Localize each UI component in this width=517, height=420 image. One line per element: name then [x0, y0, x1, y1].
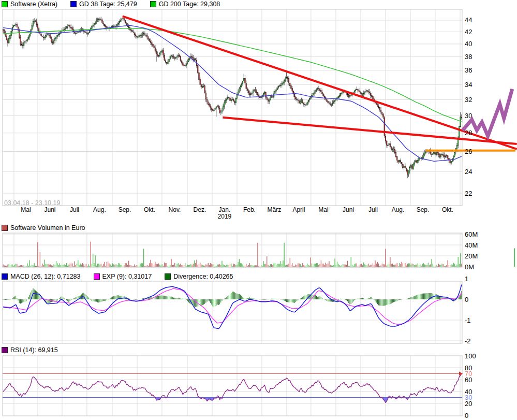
svg-text:0: 0	[465, 412, 468, 419]
gd200-legend: GD 200 Tage: 29,308	[150, 1, 220, 8]
rsi-series-legend: RSI (14): 69,915	[2, 346, 58, 354]
date-range-label: 03.04.18 - 23.10.19	[4, 199, 60, 207]
divergence-series-legend: Divergence: 0,40265	[165, 273, 233, 280]
rsi-swatch	[2, 347, 8, 353]
svg-text:Aug.: Aug.	[93, 206, 106, 213]
divergence-label: Divergence: 0,40265	[173, 273, 233, 280]
svg-text:-2: -2	[465, 337, 471, 345]
svg-text:26: 26	[465, 148, 472, 155]
volume-series-legend: Software Volumen in Euro	[2, 224, 85, 231]
svg-text:22: 22	[465, 190, 472, 197]
svg-text:60: 60	[465, 376, 472, 384]
svg-text:0M: 0M	[465, 263, 474, 271]
svg-text:Juli: Juli	[70, 206, 79, 213]
svg-text:Okt.: Okt.	[442, 206, 453, 213]
gd38-swatch	[70, 1, 77, 7]
gd38-legend: GD 38 Tage: 25,479	[70, 1, 137, 8]
svg-text:Juli: Juli	[368, 206, 378, 213]
volume-label: Software Volumen in Euro	[10, 224, 85, 231]
svg-text:März: März	[268, 206, 282, 213]
svg-text:40: 40	[465, 40, 472, 48]
svg-text:-1: -1	[465, 316, 471, 324]
software-series-legend: Software (Xetra)	[2, 1, 57, 8]
svg-text:20M: 20M	[465, 252, 478, 260]
svg-text:38: 38	[465, 53, 472, 61]
svg-text:1: 1	[465, 275, 468, 283]
svg-text:2019: 2019	[218, 213, 232, 220]
exp-label: EXP (9): 0,31017	[102, 273, 152, 280]
svg-text:Sep.: Sep.	[417, 206, 430, 213]
gd200-label: GD 200 Tage: 29,308	[159, 1, 220, 8]
divergence-swatch	[165, 273, 171, 280]
svg-text:Juni: Juni	[45, 206, 56, 213]
svg-text:April: April	[292, 206, 305, 213]
gd200-swatch	[150, 1, 156, 7]
stock-chart-page: 22242628303234363840424460M40M20M0M10-1-…	[0, 0, 517, 420]
rsi-legend: RSI (14): 69,915	[2, 346, 58, 354]
svg-text:44: 44	[465, 16, 472, 24]
macd-legend: MACD (26, 12): 0,71283 EXP (9): 0,31017 …	[2, 273, 233, 280]
exp-swatch	[94, 273, 100, 280]
volume-legend: Software Volumen in Euro	[2, 224, 85, 231]
svg-text:60M: 60M	[465, 230, 478, 238]
svg-text:20: 20	[465, 400, 472, 408]
svg-text:100: 100	[465, 352, 476, 360]
volume-swatch	[2, 225, 8, 231]
svg-text:Mai: Mai	[318, 206, 328, 213]
svg-text:0: 0	[465, 296, 468, 303]
svg-text:40M: 40M	[465, 241, 478, 249]
macd-label: MACD (26, 12): 0,71283	[10, 273, 81, 280]
svg-text:Dez.: Dez.	[194, 206, 206, 213]
exp-series-legend: EXP (9): 0,31017	[94, 273, 152, 280]
svg-text:28: 28	[465, 129, 472, 137]
svg-text:Mai: Mai	[21, 206, 31, 213]
price-legend: Software (Xetra) GD 38 Tage: 25,479 GD 2…	[2, 1, 220, 8]
svg-text:Nov.: Nov.	[169, 206, 181, 213]
svg-text:36: 36	[465, 66, 472, 74]
macd-series-legend: MACD (26, 12): 0,71283	[2, 273, 81, 280]
software-series-label: Software (Xetra)	[10, 1, 57, 8]
macd-swatch	[2, 273, 8, 280]
svg-text:34: 34	[465, 81, 472, 89]
svg-text:Juni: Juni	[343, 206, 354, 213]
svg-text:42: 42	[465, 28, 472, 36]
svg-text:Feb.: Feb.	[243, 206, 256, 213]
svg-text:Aug.: Aug.	[392, 206, 405, 213]
gd38-label: GD 38 Tage: 25,479	[79, 1, 137, 8]
svg-text:Okt.: Okt.	[144, 206, 155, 213]
chart-canvas: 22242628303234363840424460M40M20M0M10-1-…	[0, 0, 517, 420]
svg-text:Sep.: Sep.	[119, 206, 131, 213]
rsi-label: RSI (14): 69,915	[10, 346, 58, 354]
svg-text:32: 32	[465, 96, 472, 104]
svg-text:24: 24	[465, 168, 472, 176]
svg-text:Jan.: Jan.	[219, 206, 231, 213]
software-series-swatch	[2, 1, 8, 7]
